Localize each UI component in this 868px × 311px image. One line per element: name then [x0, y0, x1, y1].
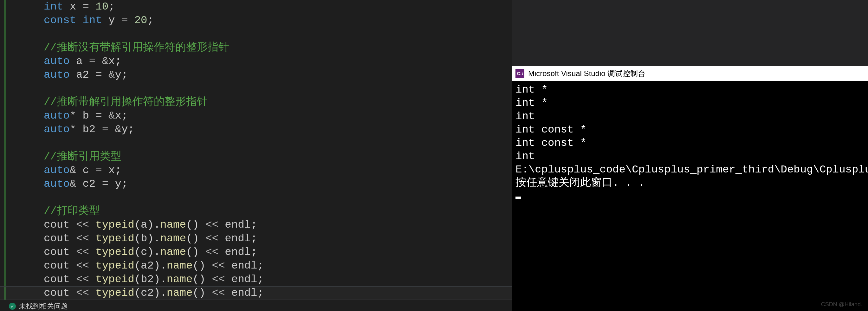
console-line: int *: [516, 83, 865, 96]
code-line[interactable]: cout << typeid(c2).name() << endl;: [22, 286, 510, 300]
console-line: int: [516, 110, 865, 123]
console-line: int const *: [516, 123, 865, 136]
code-line[interactable]: cout << typeid(b).name() << endl;: [22, 232, 510, 245]
editor-gutter: [0, 0, 3, 311]
status-ok-icon: ✓: [9, 303, 16, 310]
code-line[interactable]: //推断没有带解引用操作符的整形指针: [22, 41, 510, 55]
code-line[interactable]: const int y = 20;: [22, 13, 510, 27]
code-line[interactable]: auto a2 = &y;: [22, 68, 510, 82]
console-line: int: [516, 150, 865, 163]
status-text: 未找到相关问题: [19, 302, 68, 311]
console-line: 按任意键关闭此窗口. . .: [516, 176, 865, 190]
code-line[interactable]: //推断带解引用操作符的整形指针: [22, 95, 510, 109]
console-line: int *: [516, 96, 865, 110]
code-line[interactable]: int x = 10;: [22, 0, 510, 13]
code-line[interactable]: cout << typeid(a2).name() << endl;: [22, 259, 510, 273]
console-line: E:\cplusplus_code\Cplusplus_primer_third…: [516, 163, 865, 176]
code-editor[interactable]: int x = 10;const int y = 20;//推断没有带解引用操作…: [0, 0, 512, 311]
code-line[interactable]: cout << typeid(a).name() << endl;: [22, 218, 510, 232]
code-line[interactable]: [22, 27, 510, 41]
code-line[interactable]: //打印类型: [22, 205, 510, 218]
code-line[interactable]: auto* b = &x;: [22, 109, 510, 123]
editor-change-marker: [4, 0, 6, 300]
code-line[interactable]: cout << typeid(c).name() << endl;: [22, 245, 510, 259]
code-line[interactable]: auto& c2 = y;: [22, 177, 510, 191]
console-app-icon: C:\: [516, 69, 524, 78]
status-bar: ✓ 未找到相关问题: [0, 301, 512, 311]
code-line[interactable]: auto& c = x;: [22, 163, 510, 177]
code-line[interactable]: [22, 136, 510, 150]
console-output[interactable]: int *int *intint const *int const *intE:…: [512, 81, 868, 311]
code-line[interactable]: //推断引用类型: [22, 150, 510, 163]
code-line[interactable]: [22, 191, 510, 205]
debug-console-window[interactable]: C:\ Microsoft Visual Studio 调试控制台 int *i…: [512, 66, 868, 311]
editor-background-right: [512, 0, 868, 66]
console-line: int const *: [516, 136, 865, 150]
watermark: CSDN @Hiland.: [821, 301, 862, 308]
console-title: Microsoft Visual Studio 调试控制台: [528, 68, 646, 79]
code-line[interactable]: auto* b2 = &y;: [22, 123, 510, 136]
code-area[interactable]: int x = 10;const int y = 20;//推断没有带解引用操作…: [22, 0, 510, 300]
code-line[interactable]: auto a = &x;: [22, 55, 510, 68]
console-cursor: [516, 190, 865, 203]
code-line[interactable]: cout << typeid(b2).name() << endl;: [22, 273, 510, 286]
code-line[interactable]: [22, 82, 510, 95]
console-titlebar[interactable]: C:\ Microsoft Visual Studio 调试控制台: [512, 66, 868, 81]
